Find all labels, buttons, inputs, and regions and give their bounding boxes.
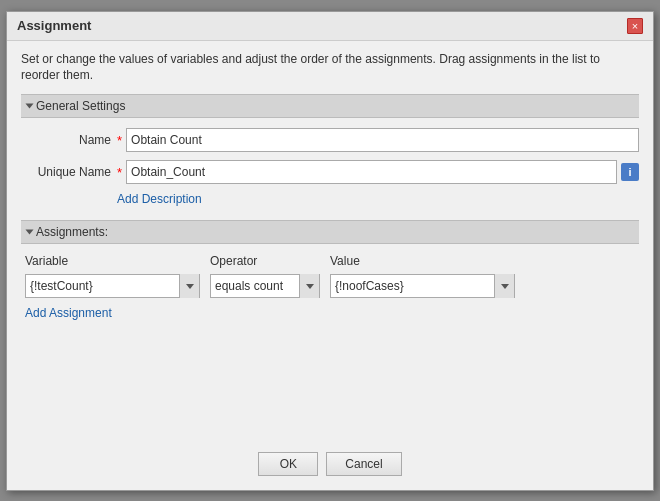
value-dropdown[interactable]: {!noofCases}: [330, 274, 515, 298]
unique-name-row: Unique Name * i: [21, 160, 639, 184]
value-col-header: Value: [330, 254, 515, 268]
variable-col-header: Variable: [25, 254, 200, 268]
assignment-row: {!testCount} equals count {!noofCases}: [21, 274, 639, 298]
name-label: Name: [21, 133, 111, 147]
unique-name-label: Unique Name: [21, 165, 111, 179]
assignments-section: Assignments: Variable Operator Value {!t…: [21, 220, 639, 320]
dialog-titlebar: Assignment ×: [7, 12, 653, 41]
operator-col-header: Operator: [210, 254, 320, 268]
dialog-description: Set or change the values of variables an…: [21, 51, 639, 85]
add-description-link[interactable]: Add Description: [117, 192, 639, 206]
value-arrow-icon: [501, 284, 509, 289]
value-dropdown-arrow[interactable]: [494, 274, 514, 298]
variable-arrow-icon: [186, 284, 194, 289]
variable-dropdown-value: {!testCount}: [26, 277, 179, 295]
dialog-title: Assignment: [17, 18, 91, 33]
general-settings-section-header: General Settings: [21, 94, 639, 118]
assignments-section-header: Assignments:: [21, 220, 639, 244]
general-settings-collapse-icon[interactable]: [26, 104, 34, 109]
name-row: Name *: [21, 128, 639, 152]
dialog-footer: OK Cancel: [7, 438, 653, 490]
close-button[interactable]: ×: [627, 18, 643, 34]
general-settings-label: General Settings: [36, 99, 125, 113]
assignments-label: Assignments:: [36, 225, 108, 239]
assignments-column-headers: Variable Operator Value: [21, 254, 639, 268]
name-required-star: *: [117, 133, 122, 148]
ok-button[interactable]: OK: [258, 452, 318, 476]
value-dropdown-value: {!noofCases}: [331, 277, 494, 295]
name-input[interactable]: [126, 128, 639, 152]
assignments-collapse-icon[interactable]: [26, 230, 34, 235]
add-assignment-link[interactable]: Add Assignment: [25, 306, 112, 320]
operator-arrow-icon: [306, 284, 314, 289]
cancel-button[interactable]: Cancel: [326, 452, 401, 476]
info-icon[interactable]: i: [621, 163, 639, 181]
dialog-body: Set or change the values of variables an…: [7, 41, 653, 438]
variable-dropdown-arrow[interactable]: [179, 274, 199, 298]
operator-dropdown-value: equals count: [211, 277, 299, 295]
operator-dropdown[interactable]: equals count: [210, 274, 320, 298]
variable-dropdown[interactable]: {!testCount}: [25, 274, 200, 298]
operator-dropdown-arrow[interactable]: [299, 274, 319, 298]
unique-name-required-star: *: [117, 165, 122, 180]
assignment-dialog: Assignment × Set or change the values of…: [6, 11, 654, 491]
unique-name-input[interactable]: [126, 160, 617, 184]
